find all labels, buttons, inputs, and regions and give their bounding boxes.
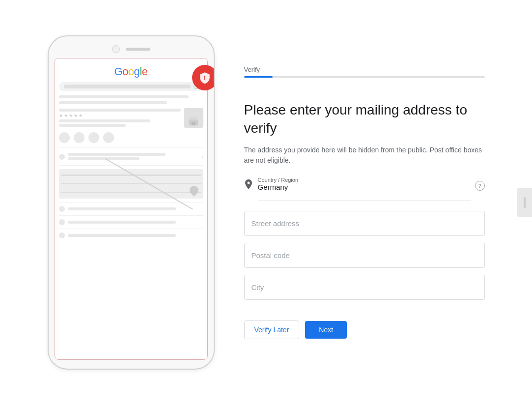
city-field xyxy=(244,275,485,300)
phone-screen: Google ★★★★★ xyxy=(55,58,208,360)
street-address-field xyxy=(244,211,485,236)
search-bar-mock xyxy=(59,82,203,91)
phone-mockup: Google ★★★★★ xyxy=(48,35,215,370)
footer-buttons: Verify Later Next xyxy=(244,320,485,339)
google-logo: Google xyxy=(114,65,147,78)
next-button[interactable]: Next xyxy=(305,321,347,339)
postal-code-input[interactable] xyxy=(244,243,485,268)
street-address-input[interactable] xyxy=(244,211,485,236)
mock-action-btn-3 xyxy=(88,132,99,143)
stars-mock: ★★★★★ xyxy=(59,113,181,118)
mock-map-area xyxy=(59,169,203,199)
progress-bar-container xyxy=(244,76,485,78)
phone-camera xyxy=(112,45,120,53)
country-label: Country / Region xyxy=(258,177,299,183)
page-description: The address you provide here will be hid… xyxy=(244,145,485,166)
scroll-handle[interactable] xyxy=(517,188,532,217)
country-row: Country / Region Germany ? xyxy=(244,179,485,193)
phone-icon xyxy=(59,219,65,225)
phone-speaker xyxy=(126,48,150,51)
svg-rect-1 xyxy=(192,121,195,125)
shield-alert-icon: ! xyxy=(198,71,211,84)
clock-icon xyxy=(59,206,65,212)
verify-tab-label: Verify xyxy=(244,66,485,73)
phone-top-bar xyxy=(55,45,208,53)
mock-action-btn-4 xyxy=(103,132,114,143)
right-panel: Verify Please enter your mailing address… xyxy=(244,66,485,339)
chevron-right-icon: › xyxy=(201,154,203,160)
verify-header: Verify xyxy=(244,66,485,78)
postal-code-field xyxy=(244,243,485,268)
store-icon xyxy=(184,108,203,128)
page-container: Google ★★★★★ xyxy=(0,0,532,405)
help-icon[interactable]: ? xyxy=(475,181,485,191)
mock-action-btn-1 xyxy=(59,132,70,143)
location-pin-icon xyxy=(244,179,253,193)
country-divider xyxy=(258,201,471,201)
svg-text:!: ! xyxy=(203,74,205,82)
page-title: Please enter your mailing address to ver… xyxy=(244,101,485,137)
city-input[interactable] xyxy=(244,275,485,300)
progress-bar-fill xyxy=(244,76,273,78)
mock-action-btn-2 xyxy=(74,132,84,143)
verify-later-button[interactable]: Verify Later xyxy=(244,320,300,339)
svg-rect-3 xyxy=(524,197,526,208)
google-logo-area: Google xyxy=(59,62,203,80)
country-field-wrapper: Country / Region Germany xyxy=(258,181,470,191)
globe-icon xyxy=(59,232,65,238)
